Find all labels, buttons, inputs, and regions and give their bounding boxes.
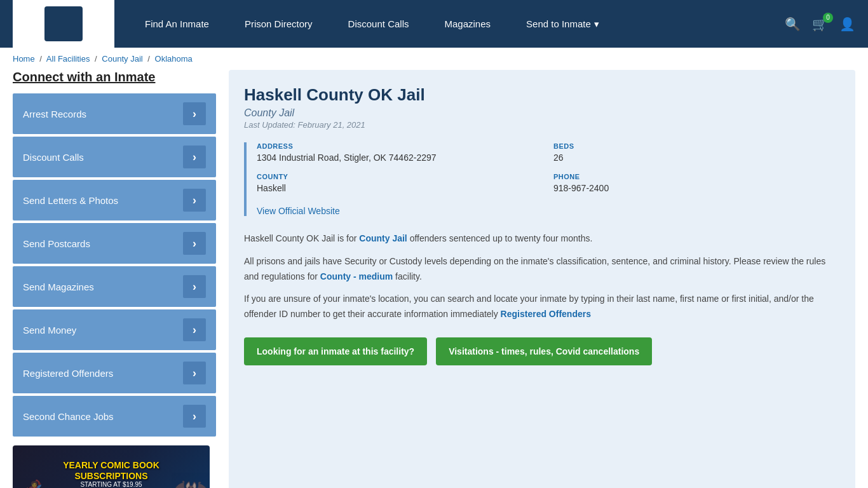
- arrow-icon: ›: [183, 275, 206, 298]
- search-icon[interactable]: 🔍: [785, 17, 801, 32]
- phone-block: PHONE 918-967-2400: [553, 173, 840, 193]
- facility-content: Haskell County OK Jail County Jail Last …: [229, 70, 855, 488]
- cart-badge: 0: [823, 13, 833, 23]
- logo-icon: [44, 6, 83, 41]
- arrow-icon: ›: [183, 102, 206, 125]
- logo: [13, 0, 114, 48]
- ad-title: YEARLY COMIC BOOKSUBSCRIPTIONS: [63, 460, 159, 482]
- visitations-button[interactable]: Visitations - times, rules, Covid cancel…: [436, 337, 652, 365]
- sidebar-item-label: Send Letters & Photos: [23, 195, 118, 206]
- facility-updated: Last Updated: February 21, 2021: [244, 120, 840, 130]
- facility-info-grid: ADDRESS 1304 Industrial Road, Stigler, O…: [244, 142, 840, 216]
- sidebar-item-label: Send Magazines: [23, 281, 94, 292]
- breadcrumb-state[interactable]: Oklahoma: [155, 54, 193, 64]
- phone-value: 918-967-2400: [553, 183, 840, 193]
- sidebar-item-label: Discount Calls: [23, 152, 84, 163]
- sidebar-item-second-chance-jobs[interactable]: Second Chance Jobs ›: [13, 396, 216, 437]
- sidebar-item-discount-calls[interactable]: Discount Calls ›: [13, 137, 216, 177]
- sidebar-item-send-letters[interactable]: Send Letters & Photos ›: [13, 180, 216, 220]
- desc-paragraph-2: All prisons and jails have Security or C…: [244, 254, 840, 285]
- county-block: COUNTY Haskell: [257, 173, 543, 193]
- beds-value: 26: [553, 152, 840, 163]
- batman-icon: 🦇: [172, 473, 210, 488]
- facility-description: Haskell County OK Jail is for County Jai…: [244, 231, 840, 322]
- address-label: ADDRESS: [257, 142, 543, 150]
- sidebar-title: Connect with an Inmate: [13, 70, 216, 85]
- looking-for-inmate-button[interactable]: Looking for an inmate at this facility?: [244, 337, 427, 365]
- superman-icon: 🦸: [16, 479, 48, 488]
- desc-paragraph-3: If you are unsure of your inmate's locat…: [244, 292, 840, 322]
- registered-offenders-link[interactable]: Registered Offenders: [501, 309, 591, 319]
- header: Find An Inmate Prison Directory Discount…: [0, 0, 868, 48]
- nav-magazines[interactable]: Magazines: [426, 18, 508, 29]
- facility-name: Haskell County OK Jail: [244, 85, 840, 105]
- ad-subtitle: STARTING AT $19.95: [80, 481, 142, 488]
- nav-find-inmate[interactable]: Find An Inmate: [127, 18, 227, 29]
- county-label: COUNTY: [257, 173, 543, 180]
- breadcrumb: Home / All Facilities / County Jail / Ok…: [0, 48, 868, 70]
- action-buttons: Looking for an inmate at this facility? …: [244, 337, 840, 365]
- sidebar-item-send-postcards[interactable]: Send Postcards ›: [13, 223, 216, 264]
- arrow-icon: ›: [183, 189, 206, 212]
- beds-label: BEDS: [553, 142, 840, 150]
- address-value: 1304 Industrial Road, Stigler, OK 74462-…: [257, 152, 543, 163]
- nav-prison-directory[interactable]: Prison Directory: [227, 18, 330, 29]
- county-jail-link[interactable]: County Jail: [359, 233, 407, 243]
- sidebar-item-arrest-records[interactable]: Arrest Records ›: [13, 93, 216, 134]
- county-medium-link[interactable]: County - medium: [320, 271, 393, 281]
- breadcrumb-all-facilities[interactable]: All Facilities: [46, 54, 90, 64]
- sidebar: Connect with an Inmate Arrest Records › …: [13, 70, 216, 488]
- sidebar-item-label: Second Chance Jobs: [23, 411, 114, 422]
- sidebar-item-send-money[interactable]: Send Money ›: [13, 309, 216, 350]
- arrow-icon: ›: [183, 405, 206, 428]
- nav-discount-calls[interactable]: Discount Calls: [330, 18, 427, 29]
- main-nav: Find An Inmate Prison Directory Discount…: [127, 18, 785, 30]
- sidebar-item-label: Send Money: [23, 325, 76, 336]
- nav-send-to-inmate[interactable]: Send to Inmate ▾: [508, 18, 617, 30]
- desc-paragraph-1: Haskell County OK Jail is for County Jai…: [244, 231, 840, 247]
- sidebar-item-send-magazines[interactable]: Send Magazines ›: [13, 266, 216, 307]
- sidebar-item-label: Registered Offenders: [23, 368, 113, 379]
- breadcrumb-county-jail[interactable]: County Jail: [102, 54, 142, 64]
- beds-block: BEDS 26: [553, 142, 840, 163]
- arrow-icon: ›: [183, 146, 206, 168]
- breadcrumb-home[interactable]: Home: [13, 54, 35, 64]
- view-website-link[interactable]: View Official Website: [257, 206, 340, 216]
- address-block: ADDRESS 1304 Industrial Road, Stigler, O…: [257, 142, 543, 163]
- website-block: View Official Website: [257, 206, 840, 216]
- cart-icon[interactable]: 🛒 0: [812, 17, 828, 32]
- arrow-icon: ›: [183, 318, 206, 341]
- county-value: Haskell: [257, 183, 543, 193]
- sidebar-item-registered-offenders[interactable]: Registered Offenders ›: [13, 353, 216, 393]
- sidebar-item-label: Send Postcards: [23, 238, 90, 249]
- sidebar-menu: Arrest Records › Discount Calls › Send L…: [13, 93, 216, 437]
- phone-label: PHONE: [553, 173, 840, 180]
- header-icons: 🔍 🛒 0 👤: [785, 17, 855, 32]
- arrow-icon: ›: [183, 232, 206, 255]
- arrow-icon: ›: [183, 362, 206, 384]
- ad-banner[interactable]: 🦸 YEARLY COMIC BOOKSUBSCRIPTIONS STARTIN…: [13, 445, 210, 488]
- user-icon[interactable]: 👤: [839, 17, 855, 32]
- facility-type: County Jail: [244, 107, 840, 119]
- sidebar-item-label: Arrest Records: [23, 109, 86, 119]
- main-layout: Connect with an Inmate Arrest Records › …: [0, 70, 868, 488]
